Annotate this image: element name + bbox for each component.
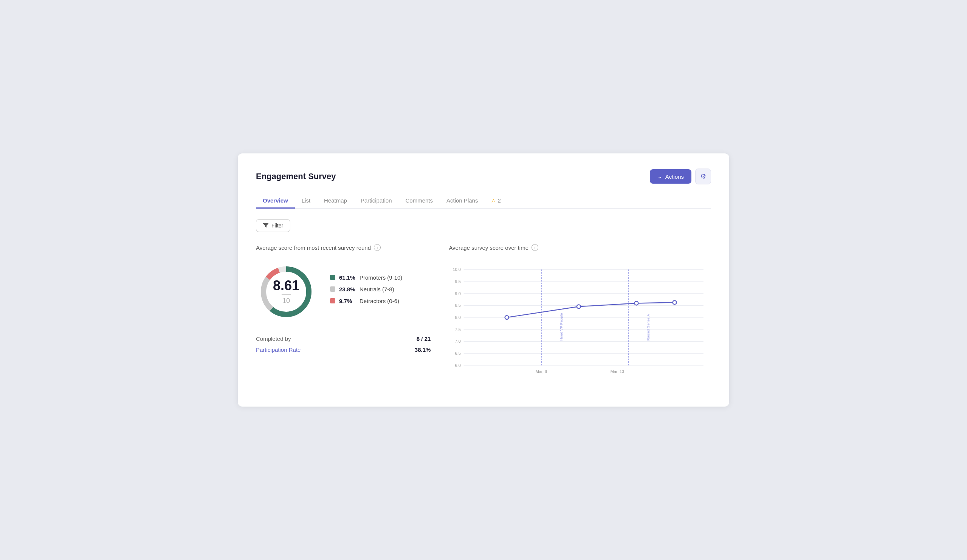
participation-value: 38.1% bbox=[415, 346, 431, 353]
data-point-1[interactable] bbox=[505, 316, 509, 319]
donut-center: 8.61 10 bbox=[273, 279, 299, 305]
tab-warnings[interactable]: △ 2 bbox=[485, 193, 507, 209]
info-icon-right[interactable]: i bbox=[531, 244, 538, 251]
detractors-dot bbox=[330, 298, 335, 303]
completed-label: Completed by bbox=[256, 336, 291, 342]
left-panel: Average score from most recent survey ro… bbox=[256, 244, 431, 384]
info-icon-left[interactable]: i bbox=[374, 244, 381, 251]
donut-score: 8.61 bbox=[273, 279, 299, 293]
completed-value: 8 / 21 bbox=[417, 336, 431, 342]
svg-text:9.5: 9.5 bbox=[455, 279, 461, 284]
svg-text:Hired VP People: Hired VP People bbox=[559, 313, 564, 341]
svg-text:7.0: 7.0 bbox=[455, 339, 461, 344]
svg-text:Raised Series A: Raised Series A bbox=[646, 314, 650, 341]
detractors-pct: 9.7% bbox=[339, 298, 356, 304]
page-header: Engagement Survey ⌄ Actions ⚙ bbox=[256, 168, 711, 184]
right-panel: Average survey score over time i 10.0 9.… bbox=[449, 244, 711, 384]
legend-detractors: 9.7% Detractors (0-6) bbox=[330, 298, 402, 304]
gear-button[interactable]: ⚙ bbox=[695, 168, 711, 184]
donut-divider bbox=[282, 294, 291, 295]
promoters-label: Promoters (9-10) bbox=[360, 274, 402, 281]
filter-icon bbox=[263, 222, 268, 229]
right-section-title: Average survey score over time i bbox=[449, 244, 711, 251]
svg-text:8.0: 8.0 bbox=[455, 315, 461, 320]
neutrals-dot bbox=[330, 287, 335, 292]
completed-stat: Completed by 8 / 21 bbox=[256, 336, 431, 342]
donut-max: 10 bbox=[273, 296, 299, 305]
neutrals-label: Neutrals (7-8) bbox=[360, 286, 394, 293]
legend-neutrals: 23.8% Neutrals (7-8) bbox=[330, 286, 402, 293]
svg-text:6.0: 6.0 bbox=[455, 363, 461, 368]
svg-text:10.0: 10.0 bbox=[453, 267, 461, 272]
content-grid: Average score from most recent survey ro… bbox=[256, 244, 711, 384]
header-actions: ⌄ Actions ⚙ bbox=[650, 168, 711, 184]
tab-overview[interactable]: Overview bbox=[256, 193, 295, 209]
gear-icon: ⚙ bbox=[700, 172, 706, 181]
svg-text:9.0: 9.0 bbox=[455, 292, 461, 296]
filter-button[interactable]: Filter bbox=[256, 219, 290, 232]
neutrals-pct: 23.8% bbox=[339, 286, 356, 293]
actions-button[interactable]: ⌄ Actions bbox=[650, 169, 691, 184]
chart-svg: 10.0 9.5 9.0 8.5 8.0 7.5 7.0 6.5 6.0 bbox=[449, 262, 711, 382]
promoters-dot bbox=[330, 275, 335, 280]
stats-row: Completed by 8 / 21 Participation Rate 3… bbox=[256, 336, 431, 353]
donut-chart: 8.61 10 bbox=[256, 262, 317, 322]
tab-heatmap[interactable]: Heatmap bbox=[317, 193, 354, 209]
tab-list[interactable]: List bbox=[295, 193, 317, 209]
participation-link[interactable]: Participation Rate bbox=[256, 346, 300, 353]
svg-text:7.5: 7.5 bbox=[455, 327, 461, 332]
score-legend: 61.1% Promoters (9-10) 23.8% Neutrals (7… bbox=[330, 274, 402, 310]
svg-text:8.5: 8.5 bbox=[455, 303, 461, 308]
tab-participation[interactable]: Participation bbox=[354, 193, 399, 209]
svg-text:Mar, 13: Mar, 13 bbox=[611, 369, 624, 374]
warning-count: 2 bbox=[497, 197, 500, 204]
line-chart: 10.0 9.5 9.0 8.5 8.0 7.5 7.0 6.5 6.0 bbox=[449, 262, 711, 384]
svg-text:6.5: 6.5 bbox=[455, 351, 461, 356]
donut-section: 8.61 10 61.1% Promoters (9-10) 23.8% bbox=[256, 262, 431, 322]
svg-text:Mar, 6: Mar, 6 bbox=[536, 369, 547, 374]
legend-promoters: 61.1% Promoters (9-10) bbox=[330, 274, 402, 281]
chevron-down-icon: ⌄ bbox=[657, 173, 662, 180]
left-section-title: Average score from most recent survey ro… bbox=[256, 244, 431, 251]
data-point-2[interactable] bbox=[577, 305, 581, 308]
tab-action-plans[interactable]: Action Plans bbox=[440, 193, 485, 209]
warning-icon: △ bbox=[492, 198, 496, 204]
page-title: Engagement Survey bbox=[256, 171, 336, 181]
data-point-4[interactable] bbox=[673, 301, 677, 305]
detractors-label: Detractors (0-6) bbox=[360, 298, 399, 304]
tab-comments[interactable]: Comments bbox=[398, 193, 440, 209]
promoters-pct: 61.1% bbox=[339, 274, 356, 281]
participation-stat: Participation Rate 38.1% bbox=[256, 346, 431, 353]
main-card: Engagement Survey ⌄ Actions ⚙ Overview L… bbox=[238, 153, 729, 407]
tab-nav: Overview List Heatmap Participation Comm… bbox=[256, 193, 711, 209]
data-point-3[interactable] bbox=[635, 301, 639, 305]
